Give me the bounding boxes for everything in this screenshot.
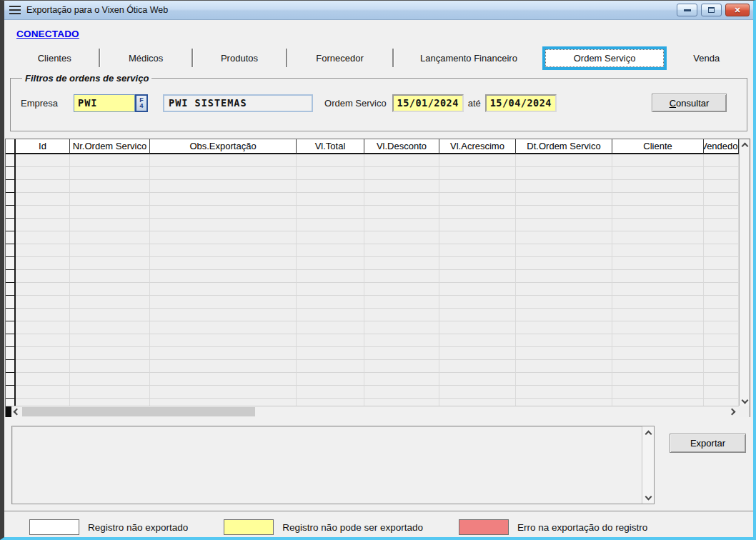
scroll-up-icon[interactable]: [741, 143, 748, 150]
column-header-cliente[interactable]: Cliente: [612, 139, 704, 154]
grid-cell: [16, 193, 70, 206]
tab-produtos[interactable]: Produtos: [193, 48, 286, 68]
grid-cell: [516, 270, 612, 283]
grid-cell: [364, 321, 439, 334]
table-row[interactable]: [6, 270, 739, 283]
empresa-label: Empresa: [21, 98, 58, 109]
maximize-button[interactable]: [701, 4, 722, 16]
tab-lancamento-financeiro[interactable]: Lançamento Financeiro: [394, 48, 544, 68]
column-header-obs-exportacao[interactable]: Obs.Exportação: [150, 139, 297, 154]
table-row[interactable]: [6, 296, 739, 309]
grid-cell: [439, 167, 516, 180]
table-row[interactable]: [6, 321, 739, 334]
grid-cell: [612, 334, 704, 347]
table-row[interactable]: [6, 399, 739, 406]
grid-cell: [612, 219, 704, 231]
grid-body[interactable]: [6, 154, 739, 406]
column-header-vl-total[interactable]: Vl.Total: [297, 139, 364, 154]
exportar-button[interactable]: Exportar: [670, 434, 746, 453]
tab-clientes[interactable]: Clientes: [10, 48, 99, 68]
table-row[interactable]: [6, 309, 739, 321]
grid-cell: [364, 180, 439, 193]
grid-cell: [297, 283, 364, 296]
empresa-lookup-button[interactable]: F 4: [135, 94, 148, 112]
grid-cell: [704, 167, 739, 180]
legend-swatch: [29, 519, 79, 535]
column-header-dt-ordem-servico[interactable]: Dt.Ordem Servico: [516, 139, 612, 154]
table-row[interactable]: [6, 167, 739, 180]
column-header-nr-ordem-servico[interactable]: Nr.Ordem Servico: [70, 139, 150, 154]
export-log-box[interactable]: [11, 426, 655, 504]
grid-cell: [704, 321, 739, 334]
scroll-left-icon[interactable]: [14, 409, 21, 416]
table-row[interactable]: [6, 154, 739, 167]
horizontal-scroll-thumb[interactable]: [22, 407, 255, 416]
tab-medicos[interactable]: Médicos: [100, 48, 191, 68]
grid-cell: [704, 283, 739, 296]
consultar-mnemonic: C: [670, 98, 676, 109]
grid-cell: [70, 154, 150, 167]
grid-cell: [16, 373, 70, 386]
tab-ordem-servico[interactable]: Ordem Serviço: [545, 49, 665, 67]
grid-cell: [150, 257, 297, 270]
row-selector-cell: [6, 180, 16, 193]
grid-cell: [150, 180, 297, 193]
table-row[interactable]: [6, 373, 739, 386]
scroll-right-icon[interactable]: [729, 409, 736, 416]
grid-cell: [364, 244, 439, 257]
vertical-scrollbar[interactable]: [739, 139, 750, 406]
consultar-button[interactable]: Consultar: [652, 94, 727, 112]
empresa-code-input[interactable]: [74, 94, 135, 112]
horizontal-scrollbar[interactable]: [6, 406, 739, 417]
table-row[interactable]: [6, 283, 739, 296]
grid-cell: [612, 154, 704, 167]
connection-status-link[interactable]: CONECTADO: [16, 29, 79, 39]
table-row[interactable]: [6, 257, 739, 270]
column-header-vendedor[interactable]: Vendedor: [704, 139, 739, 154]
table-row[interactable]: [6, 334, 739, 347]
close-button[interactable]: ✕: [725, 4, 750, 16]
grid-cell: [516, 206, 612, 219]
column-header-vl-acrescimo[interactable]: Vl.Acrescimo: [439, 139, 516, 154]
status-divider: [4, 511, 753, 512]
grid-cell: [297, 244, 364, 257]
column-header-vl-desconto[interactable]: Vl.Desconto: [364, 139, 439, 154]
scroll-down-icon[interactable]: [741, 397, 748, 404]
log-scroll-up-icon[interactable]: [645, 431, 652, 438]
grid-cell: [297, 296, 364, 309]
grid-cell: [16, 154, 70, 167]
grid-cell: [297, 206, 364, 219]
filters-row: Empresa F 4 PWI SISTEMAS Ordem Servico a…: [21, 94, 737, 112]
date-to-input[interactable]: [485, 94, 557, 112]
grid-cell: [297, 399, 364, 406]
table-row[interactable]: [6, 206, 739, 219]
table-row[interactable]: [6, 360, 739, 373]
table-row[interactable]: [6, 231, 739, 244]
grid-cell: [439, 193, 516, 206]
grid-cell: [704, 231, 739, 244]
column-header-id[interactable]: Id: [16, 139, 70, 154]
table-row[interactable]: [6, 244, 739, 257]
grid-cell: [439, 360, 516, 373]
grid-cell: [70, 244, 150, 257]
table-row[interactable]: [6, 193, 739, 206]
table-row[interactable]: [6, 219, 739, 231]
tab-venda[interactable]: Venda: [665, 48, 747, 68]
grid-cell: [516, 154, 612, 167]
minimize-button[interactable]: [677, 4, 697, 16]
grid-cell: [704, 309, 739, 321]
scrollbar-corner: [739, 406, 750, 417]
system-menu-icon[interactable]: [9, 6, 21, 14]
log-vertical-scrollbar[interactable]: [642, 426, 654, 504]
grid-cell: [16, 231, 70, 244]
log-scroll-down-icon[interactable]: [645, 494, 652, 501]
table-row[interactable]: [6, 347, 739, 360]
grid-cell: [364, 373, 439, 386]
table-row[interactable]: [6, 180, 739, 193]
grid-cell: [704, 347, 739, 360]
grid-cell: [16, 309, 70, 321]
tab-fornecedor[interactable]: Fornecedor: [287, 48, 392, 68]
date-from-input[interactable]: [392, 94, 464, 112]
table-row[interactable]: [6, 386, 739, 399]
grid-cell: [704, 386, 739, 399]
